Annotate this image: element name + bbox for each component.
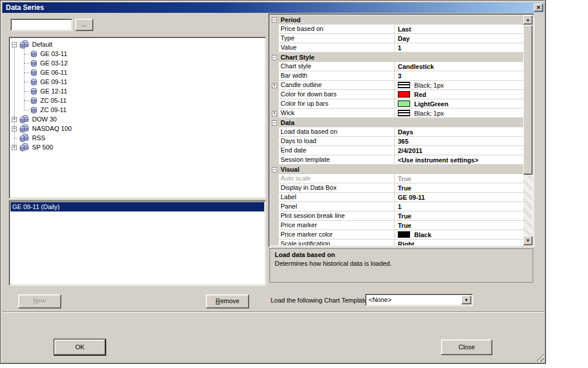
- property-category-data[interactable]: − Data: [270, 118, 533, 127]
- tree-item-sp-500[interactable]: + SP 500: [10, 143, 264, 152]
- tree-item-dow-30[interactable]: + DOW 30: [10, 114, 264, 124]
- databases-icon: [19, 143, 29, 152]
- propgrid-scrollbar[interactable]: ▲ ▼: [523, 15, 533, 245]
- close-button[interactable]: Close: [441, 339, 492, 355]
- tree-item-label: NASDAQ 100: [32, 125, 72, 132]
- collapse-icon[interactable]: −: [272, 167, 277, 172]
- tree-item-zc-05-11[interactable]: ZC 05-11: [10, 96, 264, 105]
- database-icon: [30, 88, 37, 95]
- tree-item-label: SP 500: [32, 144, 53, 151]
- property-row-panel[interactable]: Panel 1: [270, 202, 533, 211]
- list-item-selected[interactable]: GE 09-11 (Daily): [10, 202, 264, 211]
- property-row-chart-style[interactable]: Chart style Candlestick: [270, 62, 533, 71]
- new-button[interactable]: New: [18, 294, 61, 308]
- property-row-display-in-data-box[interactable]: Display in Data Box True: [270, 183, 533, 193]
- expand-icon[interactable]: +: [12, 117, 17, 122]
- expand-icon[interactable]: +: [12, 145, 17, 150]
- property-row-auto-scale: Auto scale True: [270, 174, 533, 183]
- tree-item-label: GE 06-11: [40, 69, 67, 76]
- expand-icon[interactable]: +: [12, 126, 17, 131]
- database-icon: [30, 69, 37, 77]
- scroll-down-icon[interactable]: ▼: [523, 236, 533, 245]
- series-list[interactable]: GE 09-11 (Daily): [9, 200, 266, 286]
- collapse-icon[interactable]: −: [272, 120, 277, 126]
- property-row-days-to-load[interactable]: Days to load 365: [270, 137, 533, 146]
- databases-icon: [19, 134, 29, 143]
- database-icon: [30, 78, 37, 86]
- property-row-type[interactable]: Type Day: [270, 34, 533, 43]
- tree-item-label: GE 03-12: [40, 60, 68, 67]
- tree-item-ge-03-12[interactable]: GE 03-12: [10, 58, 264, 68]
- database-icon: [30, 50, 37, 58]
- line-style-swatch: [398, 110, 410, 116]
- tree-item-label: Default: [32, 41, 52, 48]
- resize-grip-icon[interactable]: [536, 354, 544, 362]
- browse-button[interactable]: ...: [75, 19, 93, 31]
- tree-item-ge-06-11[interactable]: GE 06-11: [10, 68, 264, 77]
- tree-item-label: GE 09-11: [40, 78, 67, 85]
- line-style-swatch: [398, 82, 410, 88]
- color-swatch: [398, 231, 410, 238]
- property-row-bar-width[interactable]: Bar width 3: [270, 71, 533, 81]
- tree-item-ge-03-11[interactable]: GE 03-11: [10, 49, 264, 58]
- data-series-dialog: Data Series ✕ ... − Default GE 03-11 GE …: [0, 0, 546, 364]
- instrument-filter-input[interactable]: [10, 19, 72, 31]
- expand-icon[interactable]: +: [272, 111, 277, 116]
- property-category-chart-style[interactable]: − Chart Style: [270, 53, 533, 62]
- collapse-icon[interactable]: −: [272, 18, 277, 23]
- dropdown-selected-value: <None>: [367, 296, 461, 304]
- property-row-label[interactable]: Label GE 09-11: [270, 193, 533, 202]
- property-row-price-marker-color[interactable]: Price marker color Black: [270, 230, 533, 239]
- window-title: Data Series: [6, 4, 44, 12]
- color-swatch: [398, 91, 410, 98]
- tree-item-rss[interactable]: RSS: [10, 133, 264, 143]
- property-row-color-up-bars[interactable]: Color for up bars LightGreen: [270, 99, 533, 109]
- property-category-visual[interactable]: − Visual: [270, 165, 533, 174]
- property-row-price-based-on[interactable]: Price based on Last: [270, 25, 533, 34]
- tree-item-default[interactable]: − Default: [10, 40, 264, 49]
- database-icon: [30, 106, 37, 114]
- property-grid: − Period Price based on Last Type Day Va…: [268, 13, 534, 247]
- property-row-end-date[interactable]: End date 2/4/2011: [270, 146, 533, 155]
- instrument-tree[interactable]: − Default GE 03-11 GE 03-12 GE 06-11 GE …: [9, 37, 266, 199]
- chart-template-dropdown[interactable]: <None> ▼: [365, 294, 473, 306]
- database-icon: [30, 60, 37, 67]
- property-row-price-marker[interactable]: Price marker True: [270, 221, 533, 230]
- property-row-wick[interactable]: + Wick Black; 1px: [270, 109, 533, 118]
- ok-button[interactable]: OK: [54, 339, 106, 355]
- tree-item-label: ZC 05-11: [40, 97, 66, 104]
- property-row-plot-session-break-line[interactable]: Plot session break line True: [270, 211, 533, 221]
- tree-item-nasdaq-100[interactable]: + NASDAQ 100: [10, 124, 264, 133]
- footer-divider: [2, 311, 544, 313]
- tree-item-ge-12-11[interactable]: GE 12-11: [10, 86, 264, 96]
- title-bar[interactable]: Data Series ✕: [2, 2, 544, 13]
- property-description-pane: Load data based on Determines how histor…: [270, 248, 533, 283]
- property-row-candle-outline[interactable]: + Candle outline Black; 1px: [270, 81, 533, 90]
- collapse-icon[interactable]: −: [272, 55, 277, 60]
- property-category-period[interactable]: − Period: [270, 15, 533, 25]
- property-row-session-template[interactable]: Session template <Use instrument setting…: [270, 155, 533, 165]
- property-row-value[interactable]: Value 1: [270, 43, 533, 53]
- tree-item-label: DOW 30: [32, 116, 57, 123]
- tree-item-ge-09-11[interactable]: GE 09-11: [10, 77, 264, 86]
- close-icon[interactable]: ✕: [534, 4, 543, 12]
- property-row-scale-justification[interactable]: Scale justification Right: [270, 239, 533, 245]
- databases-icon: [19, 40, 29, 49]
- chart-template-label: Load the following Chart Template:: [271, 297, 369, 304]
- collapse-icon[interactable]: −: [12, 42, 17, 47]
- scrollbar-thumb[interactable]: [523, 25, 533, 175]
- tree-item-label: ZC 09-11: [40, 106, 66, 113]
- tree-item-zc-09-11[interactable]: ZC 09-11: [10, 105, 264, 114]
- chevron-down-icon[interactable]: ▼: [461, 296, 471, 304]
- tree-item-label: GE 03-11: [40, 50, 67, 57]
- property-row-color-down-bars[interactable]: Color for down bars Red: [270, 90, 533, 99]
- color-swatch: [398, 100, 410, 107]
- scroll-up-icon[interactable]: ▲: [523, 15, 533, 25]
- database-icon: [30, 97, 37, 105]
- expand-icon[interactable]: +: [272, 83, 277, 88]
- description-title: Load data based on: [275, 251, 528, 258]
- remove-button[interactable]: Remove: [206, 294, 249, 308]
- databases-icon: [19, 124, 29, 133]
- property-row-load-data-based-on[interactable]: Load data based on Days: [270, 127, 533, 137]
- tree-item-label: RSS: [32, 134, 46, 141]
